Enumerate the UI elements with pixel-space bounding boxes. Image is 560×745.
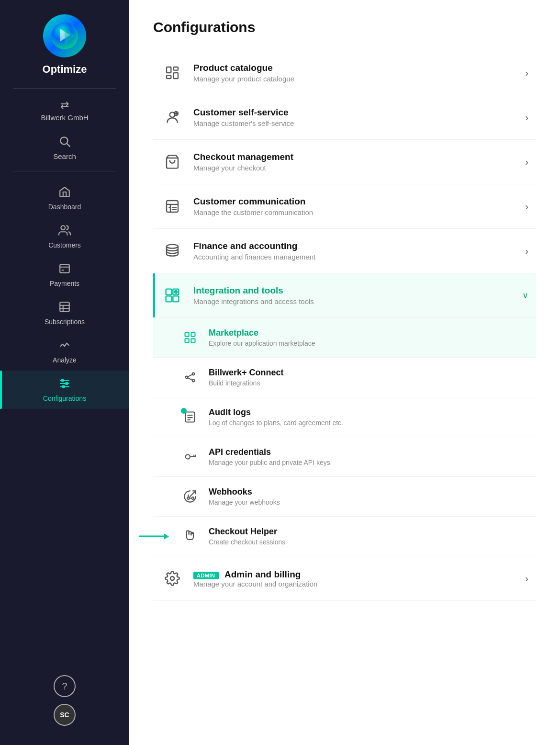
billwerk-connect-icon <box>180 367 200 387</box>
product-catalogue-chevron: › <box>525 68 528 79</box>
checkout-helper-text: Checkout Helper Create checkout sessions <box>209 527 528 546</box>
checkout-management-subtitle: Manage your checkout <box>193 164 519 172</box>
customer-communication-chevron: › <box>525 201 528 212</box>
svg-rect-6 <box>60 264 69 272</box>
sidebar-customers-label: Customers <box>48 241 81 249</box>
sub-items-list: Marketplace Explore our application mark… <box>153 318 536 556</box>
customers-icon <box>58 224 71 239</box>
main-content: Configurations Product catalogue Manage … <box>129 0 560 745</box>
svg-rect-9 <box>60 302 69 312</box>
svg-rect-43 <box>191 339 195 342</box>
finance-accounting-text: Finance and accounting Accounting and fi… <box>193 241 519 261</box>
analyze-icon <box>58 339 71 354</box>
checkout-management-text: Checkout management Manage your checkout <box>193 152 519 172</box>
sidebar-item-dashboard[interactable]: Dashboard <box>0 179 129 217</box>
org-switch-icon: ⇄ <box>60 99 69 112</box>
configurations-icon <box>58 377 71 393</box>
sidebar-item-analyze[interactable]: Analyze <box>0 332 129 371</box>
config-item-customer-communication[interactable]: Customer communication Manage the custom… <box>153 184 536 229</box>
mid-divider <box>13 171 116 171</box>
checkout-helper-icon <box>180 526 200 546</box>
checkout-helper-title: Checkout Helper <box>209 527 528 537</box>
config-item-integration-tools[interactable]: Integration and tools Manage integration… <box>153 273 536 318</box>
sidebar-item-payments[interactable]: Payments <box>0 256 129 294</box>
search-label: Search <box>53 152 76 160</box>
user-avatar[interactable]: SC <box>54 704 76 726</box>
customer-communication-title: Customer communication <box>193 196 519 207</box>
svg-point-16 <box>62 379 64 381</box>
sidebar-item-configurations[interactable]: Configurations <box>0 371 129 409</box>
config-item-admin-billing[interactable]: ADMIN Admin and billing Manage your acco… <box>153 556 536 601</box>
api-credentials-icon <box>180 447 200 467</box>
webhooks-subtitle: Manage your webhooks <box>209 498 528 506</box>
marketplace-icon <box>180 327 200 348</box>
sidebar-configurations-label: Configurations <box>43 395 86 402</box>
sidebar-analyze-label: Analyze <box>53 356 77 364</box>
checkout-management-chevron: › <box>525 157 528 168</box>
svg-rect-21 <box>174 73 178 79</box>
svg-point-59 <box>170 576 174 580</box>
config-item-checkout-management[interactable]: Checkout management Manage your checkout… <box>153 140 536 184</box>
svg-rect-49 <box>186 412 195 422</box>
sidebar-search[interactable]: Search <box>53 128 76 167</box>
audit-logs-title: Audit logs <box>209 407 528 418</box>
customer-self-service-title: Customer self-service <box>193 107 519 118</box>
integration-tools-icon <box>161 284 184 307</box>
finance-accounting-chevron: › <box>525 246 528 257</box>
billwerk-connect-subtitle: Build integrations <box>209 379 528 387</box>
customer-communication-text: Customer communication Manage the custom… <box>193 196 519 216</box>
sub-item-marketplace[interactable]: Marketplace Explore our application mark… <box>153 318 536 358</box>
arrow-line <box>139 536 165 537</box>
app-logo <box>43 14 86 57</box>
config-item-finance-accounting[interactable]: Finance and accounting Accounting and fi… <box>153 229 536 273</box>
product-catalogue-icon <box>161 61 184 84</box>
sidebar-item-subscriptions[interactable]: Subscriptions <box>0 294 129 332</box>
webhooks-text: Webhooks Manage your webhooks <box>209 487 528 506</box>
customer-self-service-icon <box>161 106 184 129</box>
checkout-helper-subtitle: Create checkout sessions <box>209 538 528 546</box>
product-catalogue-title: Product catalogue <box>193 63 519 73</box>
config-list: Product catalogue Manage your product ca… <box>153 51 536 601</box>
admin-billing-title: Admin and billing <box>224 569 301 579</box>
svg-point-53 <box>186 454 190 459</box>
sub-item-checkout-helper[interactable]: Checkout Helper Create checkout sessions <box>153 517 536 556</box>
integration-tools-subtitle: Manage integrations and access tools <box>193 297 516 305</box>
org-name: Billwerk GmbH <box>41 113 88 122</box>
sub-item-webhooks[interactable]: Webhooks Manage your webhooks <box>153 477 536 517</box>
arrow-head <box>164 533 169 539</box>
webhooks-title: Webhooks <box>209 487 528 497</box>
org-switcher[interactable]: ⇄ Billwerk GmbH <box>41 92 88 128</box>
config-item-customer-self-service[interactable]: Customer self-service Manage customer's … <box>153 95 536 140</box>
api-credentials-subtitle: Manage your public and private API keys <box>209 459 528 466</box>
webhooks-icon <box>180 486 200 507</box>
marketplace-title: Marketplace <box>209 328 528 338</box>
marketplace-text: Marketplace Explore our application mark… <box>209 328 528 347</box>
checkout-management-title: Checkout management <box>193 152 519 162</box>
admin-billing-icon <box>161 567 184 590</box>
sub-item-audit-logs[interactable]: Audit logs Log of changes to plans, card… <box>153 397 536 437</box>
audit-logs-subtitle: Log of changes to plans, card agreement … <box>209 419 528 427</box>
billwerk-connect-text: Billwerk+ Connect Build integrations <box>209 368 528 387</box>
svg-rect-38 <box>173 296 179 302</box>
finance-accounting-subtitle: Accounting and finances management <box>193 253 519 261</box>
svg-point-39 <box>175 291 177 293</box>
arrow-annotation <box>139 536 165 537</box>
integration-tools-chevron: ∨ <box>522 290 528 301</box>
customer-self-service-subtitle: Manage customer's self-service <box>193 119 519 127</box>
svg-rect-20 <box>174 67 178 70</box>
svg-point-58 <box>192 497 194 499</box>
svg-line-48 <box>188 378 192 380</box>
sub-item-api-credentials[interactable]: API credentials Manage your public and p… <box>153 437 536 477</box>
admin-billing-subtitle: Manage your account and organization <box>193 580 519 588</box>
sub-item-billwerk-connect[interactable]: Billwerk+ Connect Build integrations <box>153 358 536 397</box>
svg-rect-19 <box>167 67 171 73</box>
config-item-product-catalogue[interactable]: Product catalogue Manage your product ca… <box>153 51 536 95</box>
integration-tools-title: Integration and tools <box>193 285 516 296</box>
help-button[interactable]: ? <box>54 675 76 697</box>
admin-billing-chevron: › <box>525 573 528 584</box>
svg-rect-40 <box>185 333 189 337</box>
svg-point-17 <box>66 383 67 384</box>
product-catalogue-text: Product catalogue Manage your product ca… <box>193 63 519 83</box>
sidebar-item-customers[interactable]: Customers <box>0 217 129 256</box>
customer-communication-subtitle: Manage the customer communication <box>193 208 519 216</box>
